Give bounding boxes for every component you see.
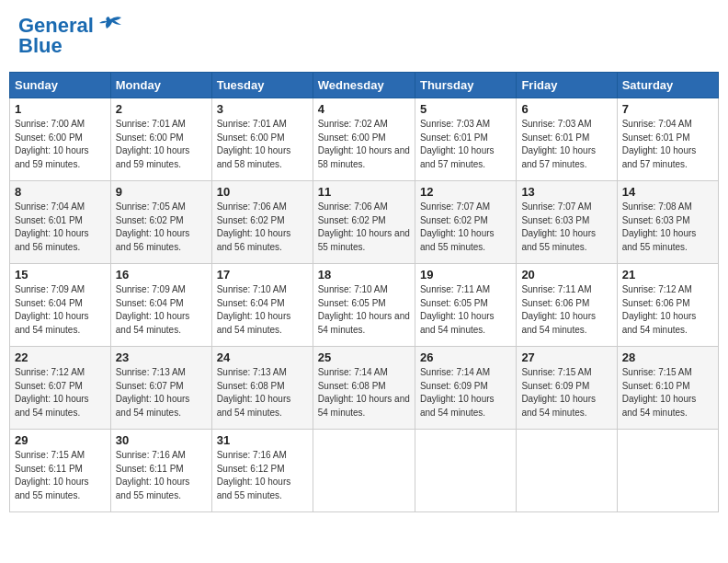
day-info: Sunrise: 7:03 AMSunset: 6:01 PMDaylight:…	[420, 118, 511, 171]
calendar-cell	[617, 430, 718, 512]
calendar-cell: 7Sunrise: 7:04 AMSunset: 6:01 PMDaylight…	[617, 98, 718, 181]
day-info: Sunrise: 7:12 AMSunset: 6:06 PMDaylight:…	[622, 283, 713, 337]
calendar-cell: 21Sunrise: 7:12 AMSunset: 6:06 PMDayligh…	[617, 264, 718, 347]
calendar-cell: 14Sunrise: 7:08 AMSunset: 6:03 PMDayligh…	[617, 181, 718, 264]
calendar-cell: 6Sunrise: 7:03 AMSunset: 6:01 PMDaylight…	[517, 98, 617, 181]
calendar-cell: 2Sunrise: 7:01 AMSunset: 6:00 PMDaylight…	[110, 98, 211, 181]
week-row-3: 15Sunrise: 7:09 AMSunset: 6:04 PMDayligh…	[10, 264, 719, 347]
calendar-cell: 27Sunrise: 7:15 AMSunset: 6:09 PMDayligh…	[517, 347, 617, 430]
day-number: 11	[318, 185, 410, 199]
day-number: 1	[15, 102, 106, 116]
weekday-header-wednesday: Wednesday	[313, 73, 415, 98]
day-number: 19	[420, 268, 511, 282]
day-number: 31	[217, 433, 308, 447]
calendar-cell	[313, 430, 415, 512]
day-number: 6	[521, 102, 611, 116]
day-number: 13	[521, 185, 611, 199]
calendar-cell: 17Sunrise: 7:10 AMSunset: 6:04 PMDayligh…	[211, 264, 313, 347]
day-info: Sunrise: 7:06 AMSunset: 6:02 PMDaylight:…	[217, 201, 308, 254]
calendar-cell	[415, 430, 516, 512]
day-number: 29	[15, 433, 106, 447]
day-number: 2	[116, 102, 207, 116]
day-number: 15	[15, 268, 106, 282]
week-row-1: 1Sunrise: 7:00 AMSunset: 6:00 PMDaylight…	[10, 98, 719, 181]
day-number: 4	[318, 102, 410, 116]
day-number: 3	[217, 102, 308, 116]
calendar-table: SundayMondayTuesdayWednesdayThursdayFrid…	[9, 72, 719, 512]
calendar-cell: 19Sunrise: 7:11 AMSunset: 6:05 PMDayligh…	[415, 264, 516, 347]
day-info: Sunrise: 7:01 AMSunset: 6:00 PMDaylight:…	[217, 118, 308, 171]
day-number: 24	[217, 350, 308, 364]
calendar-cell: 25Sunrise: 7:14 AMSunset: 6:08 PMDayligh…	[313, 347, 415, 430]
calendar-cell: 1Sunrise: 7:00 AMSunset: 6:00 PMDaylight…	[10, 98, 111, 181]
day-number: 28	[622, 350, 713, 364]
day-info: Sunrise: 7:04 AMSunset: 6:01 PMDaylight:…	[622, 118, 713, 171]
day-info: Sunrise: 7:08 AMSunset: 6:03 PMDaylight:…	[622, 201, 713, 254]
calendar-cell: 12Sunrise: 7:07 AMSunset: 6:02 PMDayligh…	[415, 181, 516, 264]
day-number: 17	[217, 268, 308, 282]
day-number: 12	[420, 185, 511, 199]
logo-bird-icon	[97, 16, 123, 36]
day-number: 9	[116, 185, 207, 199]
day-info: Sunrise: 7:10 AMSunset: 6:05 PMDaylight:…	[318, 283, 410, 337]
day-info: Sunrise: 7:13 AMSunset: 6:07 PMDaylight:…	[116, 366, 207, 419]
calendar-cell: 24Sunrise: 7:13 AMSunset: 6:08 PMDayligh…	[211, 347, 313, 430]
weekday-header-sunday: Sunday	[10, 73, 111, 98]
calendar-cell: 30Sunrise: 7:16 AMSunset: 6:11 PMDayligh…	[110, 430, 211, 512]
calendar-cell: 18Sunrise: 7:10 AMSunset: 6:05 PMDayligh…	[313, 264, 415, 347]
calendar-cell	[517, 430, 617, 512]
day-number: 23	[116, 350, 207, 364]
calendar-cell: 4Sunrise: 7:02 AMSunset: 6:00 PMDaylight…	[313, 98, 415, 181]
calendar-cell: 31Sunrise: 7:16 AMSunset: 6:12 PMDayligh…	[211, 430, 313, 512]
calendar-cell: 20Sunrise: 7:11 AMSunset: 6:06 PMDayligh…	[517, 264, 617, 347]
day-info: Sunrise: 7:13 AMSunset: 6:08 PMDaylight:…	[217, 366, 308, 419]
day-info: Sunrise: 7:16 AMSunset: 6:12 PMDaylight:…	[217, 449, 308, 502]
day-info: Sunrise: 7:12 AMSunset: 6:07 PMDaylight:…	[15, 366, 106, 419]
calendar-cell: 28Sunrise: 7:15 AMSunset: 6:10 PMDayligh…	[617, 347, 718, 430]
logo-blue-text: Blue	[18, 34, 63, 58]
day-info: Sunrise: 7:06 AMSunset: 6:02 PMDaylight:…	[318, 201, 410, 254]
weekday-header-monday: Monday	[110, 73, 211, 98]
day-number: 7	[622, 102, 713, 116]
day-number: 14	[622, 185, 713, 199]
day-info: Sunrise: 7:14 AMSunset: 6:09 PMDaylight:…	[420, 366, 511, 419]
day-info: Sunrise: 7:16 AMSunset: 6:11 PMDaylight:…	[116, 449, 207, 502]
day-number: 22	[15, 350, 106, 364]
day-info: Sunrise: 7:11 AMSunset: 6:06 PMDaylight:…	[521, 283, 611, 337]
day-number: 8	[15, 185, 106, 199]
day-info: Sunrise: 7:10 AMSunset: 6:04 PMDaylight:…	[217, 283, 308, 337]
day-number: 27	[521, 350, 611, 364]
day-number: 30	[116, 433, 207, 447]
calendar-cell: 15Sunrise: 7:09 AMSunset: 6:04 PMDayligh…	[10, 264, 111, 347]
weekday-header-tuesday: Tuesday	[211, 73, 313, 98]
calendar-cell: 29Sunrise: 7:15 AMSunset: 6:11 PMDayligh…	[10, 430, 111, 512]
day-info: Sunrise: 7:09 AMSunset: 6:04 PMDaylight:…	[116, 283, 207, 337]
day-number: 21	[622, 268, 713, 282]
weekday-header-friday: Friday	[517, 73, 617, 98]
calendar-cell: 8Sunrise: 7:04 AMSunset: 6:01 PMDaylight…	[10, 181, 111, 264]
calendar-cell: 5Sunrise: 7:03 AMSunset: 6:01 PMDaylight…	[415, 98, 516, 181]
day-info: Sunrise: 7:07 AMSunset: 6:03 PMDaylight:…	[521, 201, 611, 254]
day-number: 26	[420, 350, 511, 364]
calendar-cell: 10Sunrise: 7:06 AMSunset: 6:02 PMDayligh…	[211, 181, 313, 264]
weekday-header-saturday: Saturday	[617, 73, 718, 98]
day-info: Sunrise: 7:15 AMSunset: 6:11 PMDaylight:…	[15, 449, 106, 502]
day-number: 20	[521, 268, 611, 282]
day-info: Sunrise: 7:14 AMSunset: 6:08 PMDaylight:…	[318, 366, 410, 419]
calendar-cell: 16Sunrise: 7:09 AMSunset: 6:04 PMDayligh…	[110, 264, 211, 347]
day-number: 18	[318, 268, 410, 282]
day-number: 5	[420, 102, 511, 116]
day-number: 10	[217, 185, 308, 199]
day-info: Sunrise: 7:02 AMSunset: 6:00 PMDaylight:…	[318, 118, 410, 171]
day-info: Sunrise: 7:01 AMSunset: 6:00 PMDaylight:…	[116, 118, 207, 171]
week-row-2: 8Sunrise: 7:04 AMSunset: 6:01 PMDaylight…	[10, 181, 719, 264]
calendar-cell: 23Sunrise: 7:13 AMSunset: 6:07 PMDayligh…	[110, 347, 211, 430]
calendar-cell: 11Sunrise: 7:06 AMSunset: 6:02 PMDayligh…	[313, 181, 415, 264]
weekday-header-row: SundayMondayTuesdayWednesdayThursdayFrid…	[10, 73, 719, 98]
day-number: 16	[116, 268, 207, 282]
day-info: Sunrise: 7:07 AMSunset: 6:02 PMDaylight:…	[420, 201, 511, 254]
day-info: Sunrise: 7:15 AMSunset: 6:10 PMDaylight:…	[622, 366, 713, 419]
weekday-header-thursday: Thursday	[415, 73, 516, 98]
week-row-4: 22Sunrise: 7:12 AMSunset: 6:07 PMDayligh…	[10, 347, 719, 430]
logo: General Blue	[18, 14, 123, 58]
